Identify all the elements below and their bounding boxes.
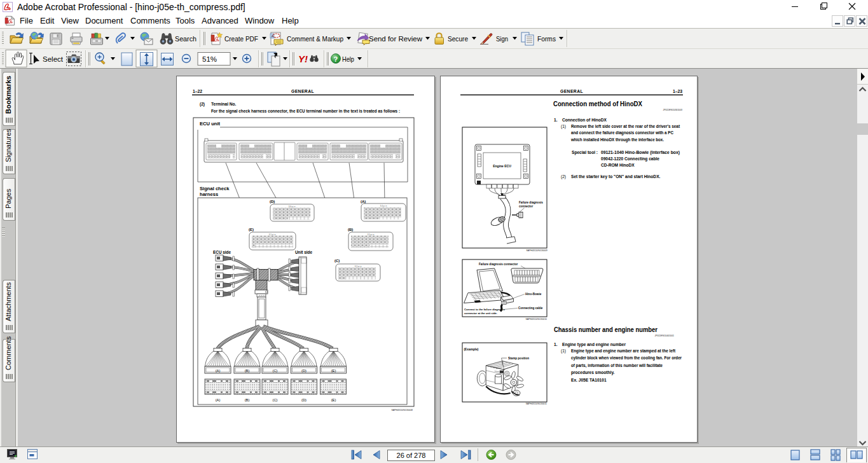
svg-text:1–22: 1–22 [193,89,202,93]
svg-text:3 1 p i n: 3 1 p i n [269,233,276,236]
svg-text:(C): (C) [272,369,277,373]
svg-text:Signal check: Signal check [200,186,230,191]
svg-text:procedures smoothly.: procedures smoothly. [571,370,615,375]
svg-text:harness: harness [200,191,218,197]
svg-text:Special tool :: Special tool : [572,150,598,155]
svg-text:which installed HinoDX through: which installed HinoDX through the inter… [570,137,664,142]
svg-text:(2): (2) [561,174,566,179]
svg-text:SAPH4311090130009: SAPH4311090130009 [527,249,548,252]
svg-text:Engine type and engine number: Engine type and engine number are stampe… [571,349,676,354]
svg-text:Secure: Secure [448,35,468,43]
svg-text:3 4 p i n: 3 4 p i n [380,205,387,207]
svg-text:Sign: Sign [496,35,508,43]
svg-text:1–23: 1–23 [673,89,682,93]
svg-text:(A): (A) [216,369,221,373]
svg-text:Engine ECU: Engine ECU [493,164,511,168]
svg-text:Search: Search [175,35,196,43]
svg-text:(E): (E) [331,398,336,402]
svg-text:(A): (A) [361,200,366,204]
svg-text:3 2 p i n: 3 2 p i n [355,265,362,268]
svg-text:Connection method of HinoDX: Connection method of HinoDX [553,100,642,107]
svg-text:Engine type and engine number: Engine type and engine number [562,342,626,347]
svg-text:CD-ROM HinoDX: CD-ROM HinoDX [601,163,635,167]
svg-text:of parts, information of this: of parts, information of this number wil… [571,363,663,368]
svg-text:Failure diagnosis connector: Failure diagnosis connector [479,263,518,266]
svg-text:Help: Help [342,55,354,63]
svg-text:(B): (B) [245,398,250,402]
svg-text:Failure diagnosis: Failure diagnosis [519,201,543,204]
svg-text:JP011E9010301003: JP011E9010301003 [663,109,683,111]
svg-text:connector at the unit side.: connector at the unit side. [464,312,497,315]
svg-text:connector: connector [519,205,533,208]
svg-text:ECU side: ECU side [213,250,231,254]
svg-text:JP011E9010401001: JP011E9010401001 [655,335,675,337]
svg-text:(C): (C) [272,398,277,402]
svg-text:51%: 51% [202,55,217,63]
svg-text:Set the starter key to "ON" an: Set the starter key to "ON" and start Hi… [571,174,661,179]
svg-text:Terminal No.: Terminal No. [211,102,237,106]
svg-text:(E): (E) [249,228,254,232]
svg-text:Send for Review: Send for Review [369,35,422,43]
svg-text:(2): (2) [200,102,205,107]
svg-text:SAPH4311090130008: SAPH4311090130008 [392,409,413,411]
svg-text:Select: Select [43,55,63,63]
svg-text:Forms: Forms [537,35,556,43]
svg-text:(E): (E) [331,369,336,373]
svg-text:3 6 p i n: 3 6 p i n [289,205,296,208]
svg-text:Create PDF: Create PDF [224,35,258,43]
svg-text:3 5 p i n: 3 5 p i n [368,233,375,236]
svg-text:and connect the failure diagno: and connect the failure diagnosis connec… [571,130,673,135]
svg-text:Comment & Markup: Comment & Markup [287,35,343,43]
svg-text:?: ? [334,55,338,63]
svg-text:(B): (B) [245,369,250,373]
svg-text:Hino-Bowie: Hino-Bowie [525,293,542,296]
svg-text:Connection of HinoDX: Connection of HinoDX [562,118,607,122]
svg-text:GENERAL: GENERAL [560,89,583,93]
svg-text:1.: 1. [554,342,558,347]
svg-text:SAPH4311090130011: SAPH4311090130011 [526,403,547,405]
svg-text:Connecting cable: Connecting cable [518,307,543,310]
svg-text:For the signal check harness c: For the signal check harness connector, … [211,109,400,114]
svg-text:Remove the left side cover at: Remove the left side cover at the rear o… [571,124,680,128]
svg-text:cylinder block when viewed fro: cylinder block when viewed from the cool… [571,356,682,361]
svg-text:09121-1040 Hino-Bowie (Interfa: 09121-1040 Hino-Bowie (Interface box) [601,150,680,155]
svg-text:(D): (D) [270,200,275,204]
svg-text:(D): (D) [301,369,307,373]
svg-text:Chassis number and engine numb: Chassis number and engine number [554,326,658,333]
svg-text:SAPH4311090130010: SAPH4311090130010 [526,318,548,321]
svg-text:ECU unit: ECU unit [200,121,221,127]
svg-text:(C): (C) [334,259,340,263]
svg-text:Connect to the failure diagnos: Connect to the failure diagnosis [464,308,505,311]
svg-text:(1): (1) [561,349,566,354]
svg-text:(A): (A) [216,398,221,402]
svg-text:Ex. J05E TA10101: Ex. J05E TA10101 [571,378,607,382]
svg-text:(Example): (Example) [464,348,479,351]
svg-text:GENERAL: GENERAL [291,89,314,93]
svg-text:Y!: Y! [298,53,308,64]
svg-text:(B): (B) [348,228,353,232]
svg-text:09042-1220 Connecting cable: 09042-1220 Connecting cable [601,156,659,162]
svg-text:Unit side: Unit side [295,250,312,254]
svg-text:(1): (1) [561,124,566,129]
svg-text:Stamp position: Stamp position [508,357,529,360]
svg-text:1.: 1. [554,118,558,122]
svg-text:(D): (D) [301,398,307,402]
